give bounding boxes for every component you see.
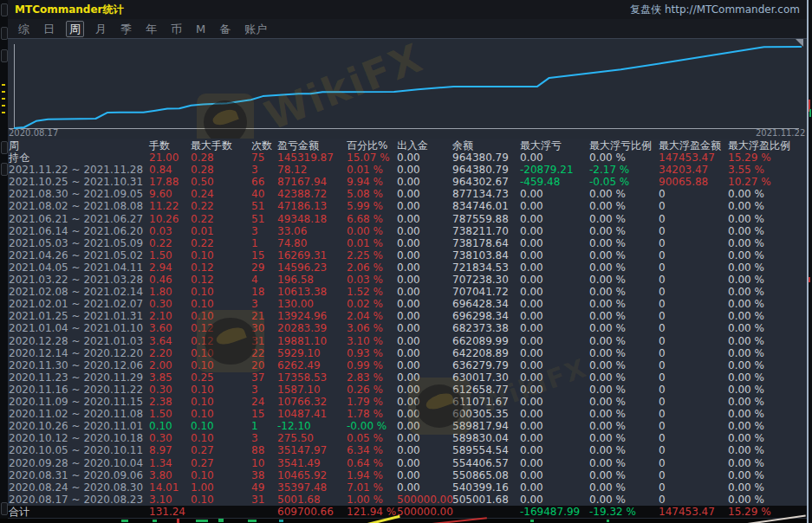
table-cell: 35147.97 <box>277 444 327 456</box>
menu-item-季[interactable]: 季 <box>118 22 134 36</box>
table-row[interactable]: 2021.01.04 ~ 2021.01.103.600.123020283.3… <box>8 322 807 334</box>
table-cell: 6.68 % <box>347 213 383 225</box>
menu-item-月[interactable]: 月 <box>93 22 109 36</box>
table-cell: 0 <box>659 457 666 469</box>
table-row[interactable]: 2021.03.22 ~ 2021.03.280.460.124196.580.… <box>8 274 807 286</box>
scroll-arrow-icon[interactable] <box>796 39 803 47</box>
table-cell: 47186.13 <box>277 200 327 212</box>
table-cell: 5.99 % <box>347 200 383 212</box>
table-cell: 10613.38 <box>277 286 327 298</box>
title-bar[interactable]: MTCommander统计 复盘侠 http://MTCommander.com <box>8 0 807 19</box>
table-row[interactable]: 2020.11.02 ~ 2020.11.081.500.101510487.4… <box>8 408 807 420</box>
table-row[interactable]: 2020.08.31 ~ 2020.09.063.800.103810465.9… <box>8 469 807 481</box>
table-cell: 0.00 % <box>589 262 626 274</box>
mtcommander-link[interactable]: 复盘侠 http://MTCommander.com <box>630 3 800 17</box>
table-row[interactable]: 2021.10.25 ~ 2021.10.3117.880.506687167.… <box>8 176 807 188</box>
bottom-edge-strip <box>0 519 812 523</box>
table-cell: 0.00 % <box>589 444 626 456</box>
menu-item-币[interactable]: 币 <box>168 22 185 36</box>
table-cell: 15 <box>251 249 264 262</box>
table-row[interactable]: 2021.05.03 ~ 2021.05.090.220.22174.800.0… <box>8 237 807 249</box>
menu-item-日[interactable]: 日 <box>41 22 57 36</box>
table-row[interactable]: 2020.10.12 ~ 2020.10.180.300.103275.500.… <box>8 432 807 444</box>
table-cell: 0 <box>659 494 666 506</box>
menu-item-备[interactable]: 备 <box>217 22 233 36</box>
table-row[interactable]: 2020.11.16 ~ 2020.11.220.300.1031587.100… <box>8 384 807 396</box>
table-cell: 13924.96 <box>277 310 327 322</box>
table-cell: 662089.99 <box>452 335 509 347</box>
table-cell: 0.10 <box>191 420 214 432</box>
menu-item-年[interactable]: 年 <box>143 22 159 36</box>
table-cell: 51 <box>251 200 264 212</box>
menu-item-账户[interactable]: 账户 <box>242 22 270 36</box>
table-cell: 3 <box>251 164 258 176</box>
table-cell: 42388.72 <box>277 188 327 200</box>
table-cell: 0.00 <box>397 188 420 200</box>
table-row[interactable]: 2021.04.26 ~ 2021.05.021.500.101516269.3… <box>8 249 807 262</box>
table-cell: 3.10 % <box>347 335 383 347</box>
table-row[interactable]: 2020.08.17 ~ 2020.08.233.100.10315001.68… <box>8 494 807 506</box>
table-row[interactable]: 2021.01.25 ~ 2021.01.312.100.102113924.9… <box>8 310 807 322</box>
table-cell: 0 <box>659 384 666 396</box>
table-cell: 0.00 <box>520 444 543 456</box>
table-row[interactable]: 2020.09.28 ~ 2020.10.041.340.27103541.49… <box>8 457 807 469</box>
table-row[interactable]: 2021.02.01 ~ 2021.02.070.300.103130.000.… <box>8 298 807 310</box>
table-cell: 636279.79 <box>452 359 509 371</box>
table-row[interactable]: 2021.11.22 ~ 2021.11.280.840.28378.120.0… <box>8 164 807 176</box>
table-cell: 505001.68 <box>452 494 509 506</box>
table-row[interactable]: 2020.10.26 ~ 2020.11.010.100.101-12.10-0… <box>8 420 807 432</box>
header-cell: 最大浮亏 <box>520 139 562 152</box>
table-cell: 0.28 <box>191 152 214 164</box>
table-cell: 0.10 <box>191 384 214 396</box>
table-cell: 0.00 <box>520 432 543 444</box>
table-cell: 0.00 <box>397 335 420 347</box>
menu-item-M[interactable]: M <box>193 22 208 36</box>
table-cell: 35397.48 <box>277 481 327 494</box>
table-cell: 0 <box>659 262 666 274</box>
table-row[interactable]: 2020.12.28 ~ 2021.01.033.640.123119881.1… <box>8 335 807 347</box>
table-cell: 0.46 <box>149 274 172 286</box>
table-row[interactable]: 2021.08.30 ~ 2021.09.059.600.244042388.7… <box>8 188 807 200</box>
header-cell: 余额 <box>452 139 473 152</box>
table-row[interactable]: 2020.12.14 ~ 2020.12.202.200.10225929.10… <box>8 347 807 359</box>
table-row[interactable]: 2020.11.30 ~ 2020.12.062.000.10206262.49… <box>8 359 807 371</box>
table-cell: 1.80 <box>149 286 172 298</box>
table-cell: 9.94 % <box>347 176 383 188</box>
edge-tick <box>2 91 5 93</box>
table-cell: 0.00 <box>520 335 543 347</box>
table-cell: 554406.57 <box>452 457 509 469</box>
table-cell: 121.94 % <box>347 506 396 518</box>
table-cell: 0.00 % <box>589 408 626 420</box>
table-cell: 0 <box>659 432 666 444</box>
table-cell: 0.00 % <box>589 298 626 310</box>
table-cell: 2020.08.31 ~ 2020.09.06 <box>9 469 143 481</box>
header-cell: 百分比% <box>347 139 387 152</box>
table-row[interactable]: 持仓21.000.2875145319.8715.07 %0.00964380.… <box>8 152 807 164</box>
table-row[interactable]: 2021.06.21 ~ 2021.06.2710.260.225149348.… <box>8 213 807 225</box>
table-cell: 0 <box>659 469 666 481</box>
table-row[interactable]: 2020.11.09 ~ 2020.11.152.380.102410766.3… <box>8 396 807 408</box>
edge-tick <box>2 84 5 86</box>
table-row[interactable]: 2021.02.08 ~ 2021.02.141.800.101810613.3… <box>8 286 807 298</box>
table-cell: 0.10 <box>149 420 172 432</box>
table-cell: 0.00 % <box>728 494 764 506</box>
table-row[interactable]: 2020.10.05 ~ 2020.10.118.970.278835147.9… <box>8 444 807 456</box>
menu-item-综[interactable]: 综 <box>16 22 32 36</box>
table-row[interactable]: 2021.04.05 ~ 2021.04.112.940.122914596.2… <box>8 262 807 274</box>
table-cell: 0.00 % <box>589 420 626 432</box>
menu-item-周[interactable]: 周 <box>66 21 84 37</box>
table-row[interactable]: 2020.11.23 ~ 2020.11.293.850.253717358.5… <box>8 371 807 384</box>
table-row[interactable]: 2021.08.02 ~ 2021.08.0811.220.225147186.… <box>8 200 807 212</box>
table-cell: 29 <box>251 262 264 274</box>
table-cell: 0.00 <box>397 249 420 262</box>
table-cell: 0.01 % <box>347 237 383 249</box>
table-cell: 0.00 <box>520 408 543 420</box>
table-cell: 90065.88 <box>659 176 708 188</box>
table-row[interactable]: 2020.08.24 ~ 2020.08.3014.011.004935397.… <box>8 481 807 494</box>
table-row[interactable]: 2021.06.14 ~ 2021.06.200.030.01333.060.0… <box>8 225 807 237</box>
total-row[interactable]: 合计131.24609700.66121.94 %500000.00-16948… <box>8 506 807 518</box>
table-cell: 147453.47 <box>659 506 715 518</box>
table-cell: 275.50 <box>277 432 314 444</box>
table-cell: 0.00 <box>520 213 543 225</box>
table-cell: 0.27 <box>191 444 214 456</box>
